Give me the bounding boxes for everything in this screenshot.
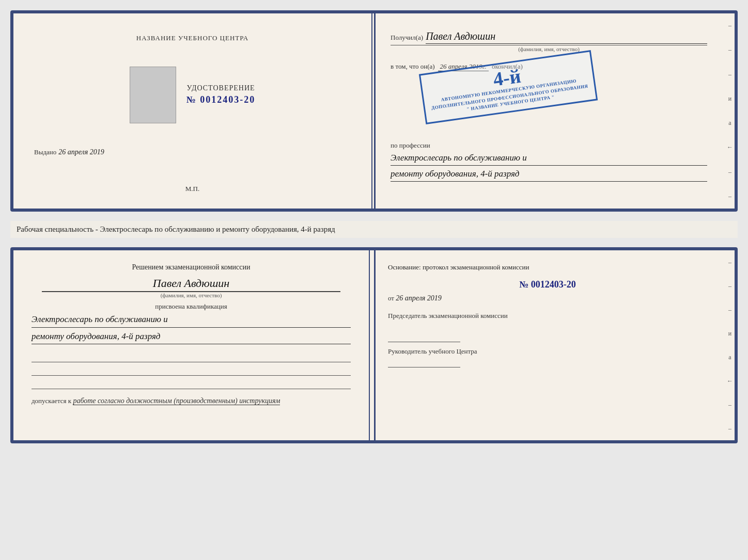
stamp-box: 4-й АВТОНОМНУЮ НЕКОММЕРЧЕСКУЮ ОРГАНИЗАЦИ… xyxy=(419,50,598,124)
fio-hint-bottom: (фамилия, имя, отчество) xyxy=(42,292,340,298)
po-professii-label: по профессии xyxy=(391,141,707,150)
signature-lines xyxy=(32,352,351,389)
qualification-line2: ремонту оборудования, 4-й разряд xyxy=(32,330,351,345)
vydano-date: 26 апреля 2019 xyxy=(58,148,104,156)
top-right-panel: Получил(а) Павел Авдюшин (фамилия, имя, … xyxy=(372,13,725,209)
predsedatel-sig-line xyxy=(388,333,460,342)
vtom-prefix: в том, что он(а) xyxy=(391,62,435,71)
udost-number: № 0012403-20 xyxy=(186,94,256,105)
bottom-document: Решением экзаменационной комиссии Павел … xyxy=(10,247,738,443)
dopusk-text: работе согласно должностным (производств… xyxy=(73,397,280,405)
right-edge-bottom: – – – и а ← – – xyxy=(725,250,735,440)
profession-line1: Электрослесарь по обслуживанию и xyxy=(391,152,707,166)
sig-line-1 xyxy=(32,352,351,362)
photo-placeholder xyxy=(130,67,176,123)
ot-prefix: от xyxy=(388,294,394,302)
ot-date: 26 апреля 2019 xyxy=(396,294,441,302)
middle-text: Рабочая специальность - Электрослесарь п… xyxy=(10,221,738,238)
osnovanie-text: Основание: протокол экзаменационной коми… xyxy=(388,263,707,271)
fio-hint-top: (фамилия, имя, отчество) xyxy=(391,45,707,52)
dopuskaetsya-section: допускается к работе согласно должностны… xyxy=(32,397,351,405)
udost-label: УДОСТОВЕРЕНИЕ xyxy=(186,84,256,92)
decision-title: Решением экзаменационной комиссии xyxy=(32,263,351,271)
page-wrapper: НАЗВАНИЕ УЧЕБНОГО ЦЕНТРА УДОСТОВЕРЕНИЕ №… xyxy=(10,10,738,443)
qualification-line1: Электрослесарь по обслуживанию и xyxy=(32,313,351,328)
prisvoena-label: присвоена квалификация xyxy=(32,302,351,311)
protocol-number: № 0012403-20 xyxy=(388,279,707,290)
person-name-top: Павел Авдюшин xyxy=(426,30,707,44)
mp-label: М.П. xyxy=(185,185,199,193)
bottom-left-panel: Решением экзаменационной комиссии Павел … xyxy=(13,250,370,440)
center-title: НАЗВАНИЕ УЧЕБНОГО ЦЕНТРА xyxy=(136,34,248,42)
rukovoditel-text: Руководитель учебного Центра xyxy=(388,347,707,356)
top-left-panel: НАЗВАНИЕ УЧЕБНОГО ЦЕНТРА УДОСТОВЕРЕНИЕ №… xyxy=(13,13,372,209)
left-bottom-row: Выдано 26 апреля 2019 xyxy=(34,147,351,162)
udost-section: УДОСТОВЕРЕНИЕ № 0012403-20 xyxy=(186,84,256,105)
rukovoditel-sig-line xyxy=(388,358,460,367)
sig-line-3 xyxy=(32,379,351,389)
profession-line2: ремонту оборудования, 4-й разряд xyxy=(391,168,707,182)
right-edge-top: – – – и а ← – – xyxy=(725,13,735,209)
poluchil-label: Получил(а) xyxy=(391,34,423,42)
poluchil-row: Получил(а) Павел Авдюшин xyxy=(391,30,707,44)
vydano-section: Выдано 26 апреля 2019 xyxy=(34,147,351,156)
ot-date-row: от 26 апреля 2019 xyxy=(388,294,707,302)
dopuskaetsya-label: допускается к xyxy=(32,397,71,405)
sig-line-2 xyxy=(32,365,351,376)
bottom-right-panel: Основание: протокол экзаменационной коми… xyxy=(370,250,725,440)
top-document: НАЗВАНИЕ УЧЕБНОГО ЦЕНТРА УДОСТОВЕРЕНИЕ №… xyxy=(10,10,738,212)
person-name-bottom: Павел Авдюшин xyxy=(42,277,340,292)
stamp-area: 4-й АВТОНОМНУЮ НЕКОММЕРЧЕСКУЮ ОРГАНИЗАЦИ… xyxy=(391,80,707,121)
predsedatel-text: Председатель экзаменационной комиссии xyxy=(388,312,707,320)
vydano-label: Выдано xyxy=(34,148,56,156)
profession-section: по профессии Электрослесарь по обслужива… xyxy=(391,135,707,182)
